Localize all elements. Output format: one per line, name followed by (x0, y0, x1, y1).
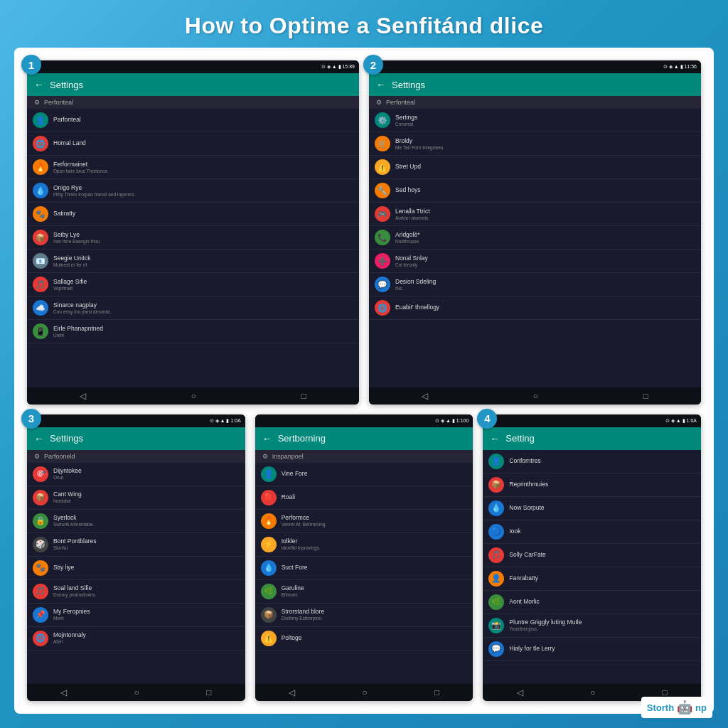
list-item[interactable]: 🔧 Sed hoys (369, 179, 701, 203)
list-item[interactable]: 👤 Fanrabatty (483, 567, 701, 591)
list-item[interactable]: ⚠️ Stret Upd (369, 156, 701, 179)
item-text: Cant Wing Inortulse (53, 491, 240, 504)
item-icon: 👤 (261, 466, 277, 482)
item-title: Strorstand blore (282, 608, 468, 616)
nav-home-3b[interactable]: ○ (362, 687, 367, 697)
back-arrow-3[interactable]: ← (34, 433, 44, 444)
status-bar-3b: ⊙ ◈ ▲ ▮ 1:100 (255, 414, 473, 427)
list-item[interactable]: 🔥 Performce Venret At: Betrrnming. (255, 510, 473, 533)
list-item[interactable]: 💧 Onigo Rye Fifity Thnes Irorpan transit… (27, 179, 359, 203)
list-item[interactable]: 👤 Vine Fore (255, 463, 473, 486)
nav-back-4[interactable]: ◁ (517, 687, 523, 697)
list-item[interactable]: ⚠️ Poltoge (255, 627, 473, 651)
list-item[interactable]: ☁️ Sinarce nagplay Con ensy Ino parsi di… (27, 296, 359, 320)
nav-home-1[interactable]: ○ (191, 391, 196, 401)
list-item[interactable]: 🌐 Mojntonnaly Ateri (27, 627, 245, 651)
menu-list-3: 🎯 Dijyntokee Onut 📦 Cant Wing Inortulse (27, 463, 245, 684)
list-item[interactable]: ⚡ Iolkler Idontfid Inprovings. (255, 533, 473, 557)
item-icon: 🎵 (33, 584, 48, 599)
item-title: Onigo Rye (53, 184, 353, 192)
list-item[interactable]: 📦 Seiby Lye Irse thne Basngin thoo. (27, 226, 359, 250)
nav-recent-4[interactable]: □ (663, 687, 668, 697)
list-item[interactable]: 📦 Strorstand blore Diothmy Estlmrpion. (255, 604, 473, 627)
list-item[interactable]: 🌐 Homal Land (27, 132, 359, 156)
item-title: Sertings (395, 114, 695, 122)
item-title: Performce (282, 514, 468, 522)
back-arrow-3b[interactable]: ← (262, 433, 272, 444)
item-text: Soal land Sifie Dsonry pronnstroms. (53, 584, 240, 598)
list-item[interactable]: 🎵 Solly CarFate (483, 544, 701, 567)
item-icon: 📌 (33, 607, 48, 623)
list-item[interactable]: 📸 Pluntre Griggly luting Mutle Yousttren… (483, 614, 701, 638)
back-arrow-2[interactable]: ← (376, 79, 386, 90)
list-item[interactable]: 🌿 Aont Morlic (483, 591, 701, 614)
item-title: Nonal Snlay (395, 255, 695, 262)
item-text: Iook (509, 528, 695, 535)
back-arrow-1[interactable]: ← (34, 79, 44, 90)
list-item[interactable]: 🔴 Roali (255, 486, 473, 510)
list-item[interactable]: 🎮 Lenalla Ttrict Aurkier alveneis (369, 203, 701, 226)
list-item[interactable]: 🐾 Satiratty (27, 203, 359, 226)
nav-recent-2[interactable]: □ (643, 391, 648, 401)
list-item[interactable]: 👤 Parfonteal (27, 109, 359, 132)
list-item[interactable]: ⚙️ Sertings Conorrat (369, 109, 701, 132)
status-bar-2: ⊙ ◈ ▲ ▮ 11:56 (369, 60, 701, 73)
list-item[interactable]: 💧 Suct Fore (255, 557, 473, 580)
item-text: Homal Land (53, 139, 353, 147)
status-icons-3b: ⊙ ◈ ▲ ▮ 1:100 (435, 418, 469, 424)
list-item[interactable]: 🎯 Dijyntokee Onut (27, 463, 245, 486)
item-subtitle: Bitirows (282, 592, 468, 598)
list-item[interactable]: 🌿 Garuline Bitirows (255, 580, 473, 604)
list-item[interactable]: 📌 My Feropnies Mont (27, 604, 245, 627)
list-item[interactable]: 📧 Seegie Unitck Mutnest ro fer rit (27, 250, 359, 273)
nav-recent-3b[interactable]: □ (434, 687, 439, 697)
item-title: Roali (282, 493, 468, 501)
nav-back-1[interactable]: ◁ (80, 391, 86, 401)
menu-list-2: ⚙️ Sertings Conorrat 🛒 Broldy Me Tan For… (369, 109, 701, 387)
item-text: Garuline Bitirows (282, 584, 468, 598)
list-item[interactable]: 💧 Now Sorpute (483, 497, 701, 520)
list-item[interactable]: 📞 Aridgolé* Nodthrusse (369, 226, 701, 250)
step-3-screen: ⊙ ◈ ▲ ▮ 1:0A ← Settings ⚙ Parfooneld 🎯 D… (27, 414, 245, 701)
item-subtitle: Unirk (53, 333, 353, 338)
list-item[interactable]: 🌐 Euabit' thnellogy (369, 296, 701, 320)
list-item[interactable]: 🔒 Syerlock Surturik Arlnentabe. (27, 510, 245, 533)
nav-home-3[interactable]: ○ (134, 687, 139, 697)
item-subtitle: INc. (395, 286, 695, 291)
list-item[interactable]: 💬 Hialy for tle Lerry (483, 638, 701, 661)
nav-back-2[interactable]: ◁ (422, 391, 428, 401)
item-text: Strorstand blore Diothmy Estlmrpion. (282, 608, 468, 621)
nav-home-2[interactable]: ○ (533, 391, 538, 401)
list-item[interactable]: 🎵 Soal land Sifie Dsonry pronnstroms. (27, 580, 245, 604)
watermark-text1: Storth (647, 702, 674, 713)
nav-home-4[interactable]: ○ (590, 687, 595, 697)
list-item[interactable]: 🔵 Iook (483, 520, 701, 544)
section-header-2: ⚙ Perfonteal (369, 96, 701, 109)
list-item[interactable]: 📦 Reprinthmuies (483, 473, 701, 497)
item-subtitle: Fifity Thnes Irorpan transit and Inporer… (53, 192, 353, 198)
item-icon: 🎵 (33, 277, 48, 292)
step-4-container: 4 ⊙ ◈ ▲ ▮ 1:0A ← Setting 👤 Conforntres (483, 414, 701, 701)
nav-recent-3[interactable]: □ (206, 687, 211, 697)
section-icon-3: ⚙ (34, 453, 40, 460)
nav-back-3[interactable]: ◁ (60, 687, 67, 697)
item-text: Dijyntokee Onut (53, 467, 240, 481)
list-item[interactable]: ➕ Nonal Snlay Col tnronly (369, 250, 701, 273)
list-item[interactable]: 📦 Cant Wing Inortulse (27, 486, 245, 510)
status-bar-4: ⊙ ◈ ▲ ▮ 1:0A (483, 414, 701, 427)
step-2-badge: 2 (363, 55, 383, 75)
settings-title-3b: Sertborning (278, 433, 326, 444)
item-title: Homal Land (53, 139, 353, 147)
list-item[interactable]: 👤 Conforntres (483, 450, 701, 473)
list-item[interactable]: 🔥 Ferformainet Opon taire brue Thretonce… (27, 156, 359, 179)
list-item[interactable]: 🎵 Sallage Sifie Voprimeit (27, 273, 359, 296)
nav-recent-1[interactable]: □ (301, 391, 306, 401)
list-item[interactable]: 🛒 Broldy Me Tan Forn Integrares (369, 132, 701, 156)
nav-back-3b[interactable]: ◁ (289, 687, 295, 697)
list-item[interactable]: 🐾 Stiy liye (27, 557, 245, 580)
status-icons-4: ⊙ ◈ ▲ ▮ 1:0A (665, 418, 697, 424)
list-item[interactable]: 💬 Desion Sdeling INc. (369, 273, 701, 296)
back-arrow-4[interactable]: ← (490, 433, 500, 444)
list-item[interactable]: 📱 Eirle Phanapntned Unirk (27, 320, 359, 343)
list-item[interactable]: 🎲 Bont Pontblares Slonful (27, 533, 245, 557)
